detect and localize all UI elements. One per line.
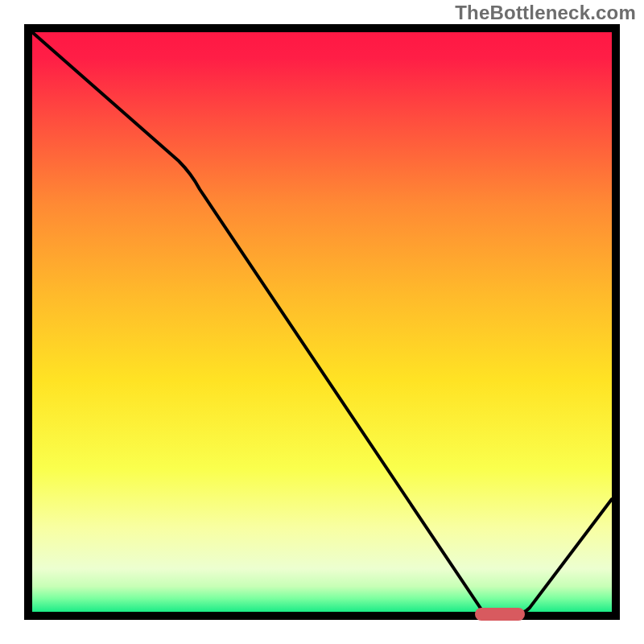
watermark-text: TheBottleneck.com bbox=[455, 2, 636, 24]
chart-stage: TheBottleneck.com bbox=[0, 0, 644, 644]
gradient-background bbox=[28, 28, 616, 616]
optimum-marker bbox=[475, 608, 525, 621]
chart-svg bbox=[0, 0, 644, 644]
plot-area bbox=[28, 28, 616, 621]
